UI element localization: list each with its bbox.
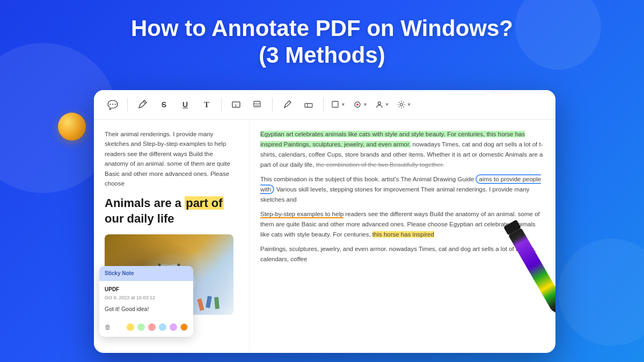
svg-point-10 bbox=[378, 102, 380, 105]
pdf-viewer-card: 💬 S U T T bbox=[94, 90, 555, 353]
text-tool-button[interactable]: T bbox=[197, 95, 216, 114]
bg-decoration-right bbox=[558, 239, 644, 346]
right-para-1: Egyptian art celebrates animals like cat… bbox=[260, 129, 545, 170]
toolbar-divider-3 bbox=[272, 98, 273, 112]
settings-arrow-icon: ▼ bbox=[407, 102, 412, 107]
left-document-pane: Their animal renderings. I provide many … bbox=[94, 120, 250, 353]
bg-decoration-top-right bbox=[515, 0, 601, 70]
color-blue[interactable] bbox=[159, 323, 166, 331]
color-purple[interactable] bbox=[170, 323, 177, 331]
textbox-tool-button[interactable]: T bbox=[227, 95, 245, 114]
heading-highlight: part of bbox=[185, 196, 223, 210]
decorative-orb bbox=[58, 113, 86, 141]
svg-rect-24 bbox=[206, 295, 212, 308]
eraser-tool-button[interactable] bbox=[299, 95, 318, 114]
sticky-note-date: Oct 9, 2022 at 16:03:12 bbox=[105, 294, 188, 301]
color-red[interactable] bbox=[148, 323, 156, 331]
intro-paragraph: Their animal renderings. I provide many … bbox=[105, 129, 238, 188]
sticky-note-footer: 🗑 bbox=[99, 318, 193, 337]
annotation-toolbar: 💬 S U T T bbox=[94, 90, 555, 120]
user-tool-button[interactable]: ▼ bbox=[373, 95, 392, 114]
textbox2-tool-button[interactable] bbox=[248, 95, 267, 114]
orange-underline-text: Step-by-step examples to help bbox=[260, 211, 343, 218]
color-yellow[interactable] bbox=[127, 323, 134, 331]
strikethrough-tool-button[interactable]: S bbox=[155, 95, 173, 114]
sticky-note-text: Got it! Good idea! bbox=[105, 305, 188, 314]
settings-tool-button[interactable]: ▼ bbox=[395, 95, 414, 114]
sticky-note-header: Sticky Note bbox=[99, 266, 193, 281]
color-arrow-icon: ▼ bbox=[363, 102, 368, 107]
color-orange[interactable] bbox=[180, 323, 188, 331]
green-highlight-1: Egyptian art celebrates animals like cat… bbox=[260, 131, 525, 147]
right-para-2: This combination is the subject of this … bbox=[260, 174, 545, 205]
oval-annotation: aims to provide people with bbox=[260, 174, 541, 194]
color-tool-button[interactable]: ▼ bbox=[351, 95, 370, 114]
sticky-note-user: UPDF bbox=[105, 285, 188, 294]
underline-tool-button[interactable]: U bbox=[176, 95, 194, 114]
right-document-pane: Egyptian art celebrates animals like cat… bbox=[250, 120, 555, 353]
delete-icon[interactable]: 🗑 bbox=[105, 322, 111, 333]
sticky-note-body: UPDF Oct 9, 2022 at 16:03:12 Got it! Goo… bbox=[99, 281, 193, 318]
svg-rect-5 bbox=[305, 104, 312, 107]
highlighter-pen-button[interactable] bbox=[278, 95, 296, 114]
toolbar-divider-1 bbox=[127, 98, 128, 112]
pen-body bbox=[508, 228, 555, 310]
sticky-note[interactable]: Sticky Note UPDF Oct 9, 2022 at 16:03:12… bbox=[99, 266, 193, 337]
svg-point-9 bbox=[356, 104, 358, 106]
svg-rect-25 bbox=[214, 297, 219, 309]
svg-rect-23 bbox=[197, 298, 204, 311]
svg-rect-2 bbox=[254, 101, 260, 107]
pen-tool-button[interactable] bbox=[133, 95, 151, 114]
color-green[interactable] bbox=[137, 323, 145, 331]
shapes-arrow-icon: ▼ bbox=[341, 102, 346, 107]
shapes-tool-button[interactable]: ▼ bbox=[329, 95, 348, 114]
strikethrough-text: the combination of the two Beautifully t… bbox=[316, 161, 444, 168]
svg-point-11 bbox=[400, 104, 402, 106]
art-supplies bbox=[196, 291, 228, 312]
page-title: How to Annotate PDF on Windows? (3 Metho… bbox=[131, 15, 513, 69]
comment-tool-button[interactable]: 💬 bbox=[104, 95, 122, 114]
svg-rect-7 bbox=[332, 101, 338, 107]
user-arrow-icon: ▼ bbox=[385, 102, 390, 107]
svg-text:T: T bbox=[235, 104, 237, 108]
right-para-3: Step-by-step examples to help readers se… bbox=[260, 209, 545, 240]
yellow-highlight-2: this horse has inspired bbox=[372, 231, 434, 238]
document-content: Their animal renderings. I provide many … bbox=[94, 120, 555, 353]
article-heading: Animals are a part of our daily life bbox=[105, 196, 238, 226]
toolbar-divider-4 bbox=[323, 98, 324, 112]
toolbar-divider-2 bbox=[221, 98, 222, 112]
